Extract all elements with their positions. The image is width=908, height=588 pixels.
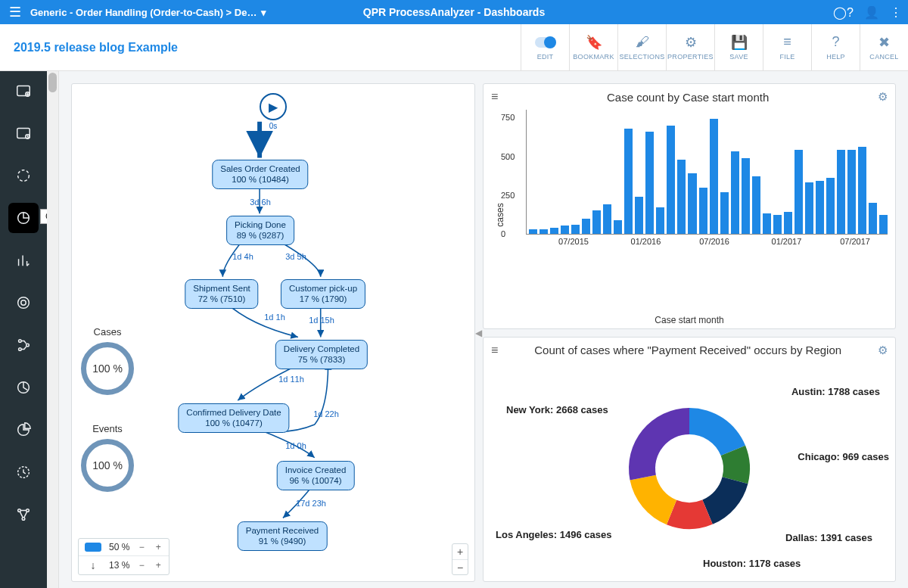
rail-item-recent[interactable] xyxy=(13,123,34,144)
rail-item-bars[interactable] xyxy=(13,250,34,271)
cancel-button[interactable]: ✖CANCEL xyxy=(860,24,908,70)
gear-icon[interactable]: ⚙ xyxy=(878,344,888,357)
rail-item-clock[interactable] xyxy=(13,462,34,483)
rail-item-flow[interactable] xyxy=(13,334,34,356)
bar[interactable] xyxy=(805,182,813,234)
bar[interactable] xyxy=(784,212,792,234)
brush-icon: 🖌 xyxy=(636,35,649,50)
rail-item-chartview[interactable]: ChartView xyxy=(13,207,34,229)
bar[interactable] xyxy=(624,129,633,234)
plus-button[interactable]: + xyxy=(154,542,163,552)
flow-node-shipment[interactable]: Shipment Sent72 % (7510) xyxy=(185,279,258,309)
panel-menu-icon[interactable]: ≡ xyxy=(491,344,498,357)
edge-label: 17d 23h xyxy=(296,499,326,508)
bar[interactable] xyxy=(879,215,888,234)
dashboard-name: 2019.5 release blog Example xyxy=(0,41,178,54)
help-icon[interactable]: ◯? xyxy=(833,5,854,20)
bar[interactable] xyxy=(773,215,782,234)
zoom-in-button[interactable]: + xyxy=(452,544,468,559)
bar[interactable] xyxy=(710,119,718,234)
donut-chart[interactable]: Austin: 1788 casesChicago: 969 casesDall… xyxy=(484,360,895,577)
flow-node-picking[interactable]: Picking Done89 % (9287) xyxy=(226,216,294,245)
edge-label: 1d 15h xyxy=(309,316,334,325)
donut-label: Houston: 1178 cases xyxy=(703,558,801,569)
bar[interactable] xyxy=(529,229,537,234)
bar[interactable] xyxy=(752,176,760,234)
bar[interactable] xyxy=(837,150,845,234)
file-button[interactable]: ≡FILE xyxy=(763,24,811,70)
flowchart[interactable]: ▶ 0s Sales Order Created100 % (10484) Pi… xyxy=(72,84,474,581)
gear-icon[interactable]: ⚙ xyxy=(878,90,888,104)
donut-slice-austin[interactable] xyxy=(689,408,745,456)
metric-cases: Cases 100 % xyxy=(81,326,134,395)
bar[interactable] xyxy=(794,150,803,234)
save-button[interactable]: 💾SAVE xyxy=(714,24,763,70)
breadcrumb[interactable]: Generic - Order Handling (Order-to-Cash)… xyxy=(30,7,266,18)
bar[interactable] xyxy=(667,126,675,235)
donut-slice-los-angeles[interactable] xyxy=(630,474,677,524)
rail-item-pie1[interactable] xyxy=(13,377,34,398)
edit-button[interactable]: EDIT xyxy=(521,24,569,70)
rail-item-donut[interactable] xyxy=(13,292,34,313)
bar[interactable] xyxy=(731,151,739,234)
edge-label: 1d 1h xyxy=(264,313,285,322)
rail-item-add[interactable] xyxy=(13,80,34,101)
selections-button[interactable]: 🖌SELECTIONS xyxy=(617,24,666,70)
bar[interactable] xyxy=(699,188,707,235)
svg-point-8 xyxy=(19,340,22,343)
kebab-icon[interactable]: ⋮ xyxy=(890,5,902,20)
rail-item-network[interactable] xyxy=(13,504,34,525)
rail-item-pie2[interactable] xyxy=(13,419,34,440)
rail-scrollbar[interactable] xyxy=(47,71,59,588)
donut-slice-new-york[interactable] xyxy=(629,408,689,481)
properties-button[interactable]: ⚙PROPERTIES xyxy=(666,24,714,70)
menu-icon[interactable]: ☰ xyxy=(6,4,24,20)
rail-item-circle[interactable] xyxy=(13,165,34,186)
bar[interactable] xyxy=(592,210,601,234)
bar[interactable] xyxy=(571,225,580,234)
collapse-handle[interactable]: ◀ xyxy=(475,310,483,356)
zoom-control: + − xyxy=(452,543,468,575)
bar[interactable] xyxy=(561,226,569,234)
bar[interactable] xyxy=(635,197,643,234)
bar[interactable] xyxy=(688,173,696,234)
bookmark-button[interactable]: 🔖BOOKMARK xyxy=(569,24,617,70)
bar[interactable] xyxy=(858,147,866,234)
bookmark-icon: 🔖 xyxy=(586,35,602,50)
bar[interactable] xyxy=(603,204,611,234)
bar[interactable] xyxy=(614,220,622,234)
bar[interactable] xyxy=(540,229,548,234)
flow-node-confirmed[interactable]: Confirmed Delivery Date100 % (10477) xyxy=(178,403,289,433)
flowchart-panel: ▶ 0s Sales Order Created100 % (10484) Pi… xyxy=(71,83,475,582)
bar[interactable] xyxy=(677,160,686,234)
user-icon[interactable]: 👤 xyxy=(864,5,879,20)
flow-node-invoice[interactable]: Invoice Created96 % (10074) xyxy=(277,461,355,490)
bar[interactable] xyxy=(742,158,750,234)
flow-node-delivery[interactable]: Delivery Completed75 % (7833) xyxy=(275,340,368,369)
help-button[interactable]: ?HELP xyxy=(811,24,860,70)
bar[interactable] xyxy=(847,150,856,234)
bar[interactable] xyxy=(763,213,771,234)
minus-button[interactable]: − xyxy=(137,560,146,571)
zoom-out-button[interactable]: − xyxy=(452,559,468,574)
bar[interactable] xyxy=(720,192,729,234)
flow-node-sales-order[interactable]: Sales Order Created100 % (10484) xyxy=(212,160,308,189)
flow-node-pickup[interactable]: Customer pick-up17 % (1790) xyxy=(281,279,365,309)
bar[interactable] xyxy=(645,132,654,234)
bar[interactable] xyxy=(582,219,590,235)
bar[interactable] xyxy=(869,203,877,234)
flow-node-payment[interactable]: Payment Received91 % (9490) xyxy=(238,521,328,551)
bar-chart[interactable]: cases 0250500750 07/201501/201607/201601… xyxy=(484,107,895,324)
bar[interactable] xyxy=(656,207,664,234)
legend-row: 50 % − + xyxy=(79,539,169,555)
bar[interactable] xyxy=(816,181,824,234)
bar[interactable] xyxy=(550,228,558,234)
plus-button[interactable]: + xyxy=(154,560,163,571)
panel-menu-icon[interactable]: ≡ xyxy=(491,90,498,104)
donut-panel: ≡ Count of cases where "Payment Received… xyxy=(483,337,896,583)
chevron-down-icon: ▾ xyxy=(261,7,266,18)
play-icon: ▶ xyxy=(260,93,287,120)
minus-button[interactable]: − xyxy=(137,542,146,552)
bar[interactable] xyxy=(826,178,835,234)
svg-point-6 xyxy=(18,297,30,309)
